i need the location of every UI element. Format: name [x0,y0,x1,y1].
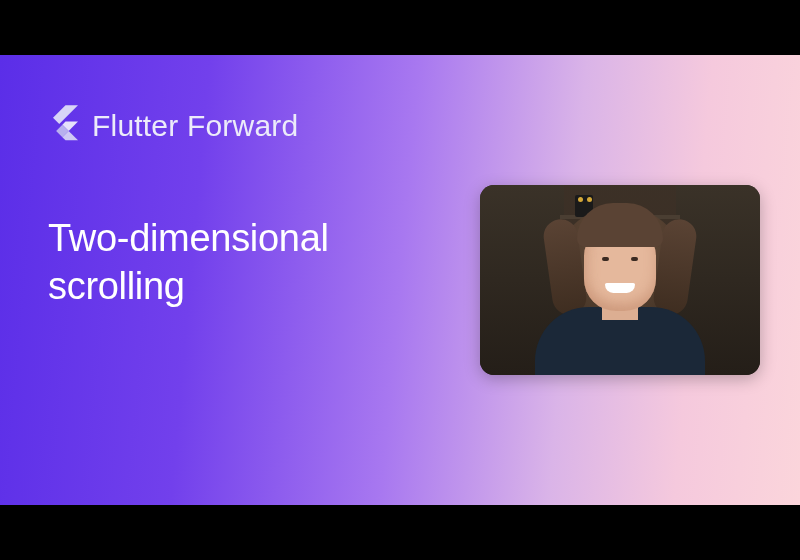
speaker-scene [480,185,760,375]
shelf-decor [578,197,592,203]
letterbox-top [0,0,800,55]
letterbox-bottom [0,505,800,560]
brand-text: Flutter Forward [92,109,298,143]
slide-content: Flutter Forward Two-dimensionalscrolling [0,55,800,505]
speaker-silhouette [520,215,720,375]
brand-lockup: Flutter Forward [48,105,298,147]
flutter-logo-icon [48,105,78,147]
presentation-title: Two-dimensionalscrolling [48,215,329,310]
speaker-video-frame [480,185,760,375]
